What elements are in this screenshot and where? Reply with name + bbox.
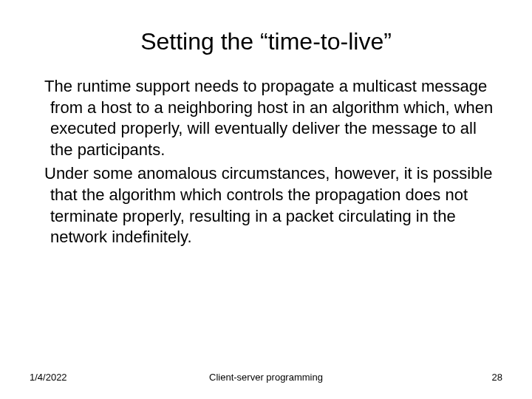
slide-title: Setting the “time-to-live”: [30, 28, 502, 55]
slide: Setting the “time-to-live” The runtime s…: [0, 0, 532, 399]
footer-center: Client-server programming: [209, 372, 323, 383]
footer-page-number: 28: [492, 372, 502, 383]
slide-footer: 1/4/2022 Client-server programming 28: [0, 372, 532, 383]
paragraph-2: Under some anomalous circumstances, howe…: [37, 163, 495, 248]
slide-body: The runtime support needs to propagate a…: [30, 76, 502, 248]
footer-date: 1/4/2022: [30, 372, 67, 383]
paragraph-1: The runtime support needs to propagate a…: [37, 76, 495, 160]
